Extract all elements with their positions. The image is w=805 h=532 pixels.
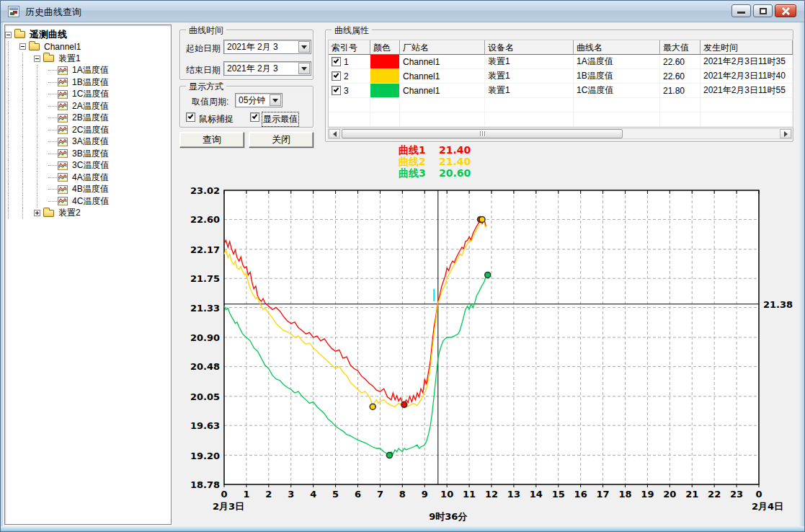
row-checkbox[interactable]	[332, 57, 341, 66]
window-frame-bottom	[1, 526, 804, 531]
table-cell: 1A温度值	[574, 55, 660, 69]
end-date-label: 结束日期	[186, 64, 221, 76]
query-button[interactable]: 查询	[179, 132, 244, 148]
column-header[interactable]: 厂站名	[400, 40, 485, 55]
tree-item[interactable]: 装置2	[5, 208, 171, 220]
table-cell: 21.80	[660, 84, 701, 98]
x-axis-label: 5	[332, 489, 339, 500]
tree-item[interactable]: 2C温度值	[5, 124, 171, 136]
tree-item[interactable]: 遥测曲线	[5, 29, 171, 41]
legend-entry: 曲线221.40	[399, 156, 482, 167]
curve-tree[interactable]: 遥测曲线Channel1装置11A温度值1B温度值1C温度值2A温度值2B温度值…	[4, 25, 172, 525]
column-header[interactable]: 颜色	[370, 40, 400, 55]
crosshair-time-label: 9时36分	[429, 511, 468, 522]
curve-attributes-group: 曲线属性 索引号颜色厂站名设备名曲线名最大值发生时间1Channel1装置11A…	[325, 30, 793, 142]
window-frame-right	[799, 22, 804, 531]
mouse-capture-checkbox[interactable]	[186, 112, 195, 122]
period-dropdown-button[interactable]	[270, 94, 281, 106]
row-checkbox[interactable]	[332, 86, 341, 95]
y-axis-label: 20.48	[190, 361, 220, 372]
tree-item[interactable]: 2A温度值	[5, 100, 171, 112]
x-axis-label: 11	[463, 489, 476, 500]
tree-item[interactable]: 3B温度值	[5, 148, 171, 160]
curve-icon	[58, 161, 68, 170]
x-axis-label: 3	[288, 489, 294, 500]
scroll-left-button[interactable]	[329, 129, 340, 138]
scrollbar-track[interactable]	[340, 129, 780, 138]
scroll-right-button[interactable]	[780, 129, 791, 138]
mouse-capture-label: 鼠标捕捉	[199, 113, 234, 125]
tree-item-label: 1B温度值	[71, 76, 110, 89]
check-icon	[334, 87, 339, 92]
start-date-combo[interactable]: 2021年 2月 3	[223, 40, 311, 54]
table-cell: Channel1	[400, 84, 485, 98]
tree-item[interactable]: 装置1	[5, 53, 171, 65]
column-header[interactable]: 索引号	[329, 40, 370, 55]
show-extremes-label: 显示最值	[263, 113, 298, 125]
show-extremes-checkbox[interactable]	[250, 112, 259, 122]
tree-item[interactable]: 3A温度值	[5, 136, 171, 148]
title-bar: 历史曲线查询	[1, 1, 804, 22]
collapse-icon[interactable]	[19, 43, 26, 50]
y-axis-label: 21.75	[190, 273, 220, 284]
tree-item[interactable]: 2B温度值	[5, 112, 171, 125]
table-horizontal-scrollbar[interactable]	[328, 128, 792, 139]
table-cell: 2	[329, 69, 370, 84]
curve-time-group-title: 曲线时间	[186, 25, 226, 37]
display-mode-group-title: 显示方式	[186, 81, 226, 93]
table-cell: 2021年2月3日11时35	[701, 55, 793, 69]
curve-icon	[58, 125, 68, 134]
table-row[interactable]: 2Channel1装置11B温度值22.602021年2月3日11时40	[329, 69, 793, 84]
period-combo[interactable]: 05分钟	[235, 93, 283, 107]
extreme-marker	[386, 453, 392, 458]
curve-icon	[58, 173, 68, 182]
legend-name: 曲线3	[399, 167, 439, 179]
collapse-icon[interactable]	[34, 56, 40, 62]
table-row[interactable]: 3Channel1装置11C温度值21.802021年2月3日11时55	[329, 84, 793, 98]
restore-button[interactable]	[753, 4, 773, 17]
x-axis-label: 18	[618, 489, 631, 500]
column-header[interactable]: 曲线名	[574, 40, 660, 55]
curve-icon	[58, 78, 68, 87]
tree-item[interactable]: 1B温度值	[5, 76, 171, 89]
minimize-button[interactable]	[731, 4, 751, 17]
scrollbar-thumb[interactable]	[342, 129, 623, 138]
close-window-button[interactable]	[775, 4, 796, 17]
curve-attributes-table: 索引号颜色厂站名设备名曲线名最大值发生时间1Channel1装置11A温度值22…	[328, 40, 793, 128]
x-axis-date-right: 2月4日	[752, 501, 783, 512]
tree-item[interactable]: 4B温度值	[5, 184, 171, 196]
end-date-dropdown-button[interactable]	[298, 63, 310, 74]
x-axis-label: 16	[574, 489, 587, 500]
y-axis-label: 19.20	[190, 451, 220, 461]
check-icon	[188, 113, 194, 119]
end-date-combo[interactable]: 2021年 2月 3	[223, 61, 311, 76]
minimize-icon	[737, 12, 745, 14]
close-button[interactable]: 关闭	[249, 132, 313, 148]
curve-icon	[58, 102, 68, 110]
x-axis-label: 19	[641, 489, 654, 500]
tree-item-label: 2B温度值	[71, 112, 110, 124]
row-checkbox[interactable]	[332, 71, 341, 81]
tree-item[interactable]: 4C温度值	[5, 195, 171, 208]
folder-icon	[29, 43, 40, 50]
tree-item[interactable]: 3C温度值	[5, 160, 171, 172]
y-axis-label: 19.63	[190, 420, 220, 431]
x-axis-label: 7	[377, 489, 383, 500]
collapse-icon[interactable]	[5, 32, 12, 38]
column-header[interactable]: 设备名	[485, 40, 574, 55]
tree-item-label: 装置2	[57, 207, 82, 219]
table-row[interactable]: 1Channel1装置11A温度值22.602021年2月3日11时35	[329, 55, 793, 69]
tree-item[interactable]: Channel1	[5, 41, 171, 53]
tree-item[interactable]: 1A温度值	[5, 65, 171, 77]
tree-item-label: 3A温度值	[71, 136, 110, 148]
expand-icon[interactable]	[34, 210, 40, 216]
tree-item[interactable]: 4A温度值	[5, 172, 171, 184]
start-date-dropdown-button[interactable]	[298, 41, 310, 53]
column-header[interactable]: 最大值	[660, 40, 701, 55]
x-axis-label: 0	[755, 489, 762, 500]
column-header[interactable]: 发生时间	[701, 40, 793, 55]
end-date-value: 2021年 2月 3	[224, 63, 298, 75]
tree-item[interactable]: 1C温度值	[5, 89, 171, 101]
legend-entry: 曲线320.60	[399, 167, 482, 179]
y-axis-label: 21.33	[190, 303, 220, 314]
